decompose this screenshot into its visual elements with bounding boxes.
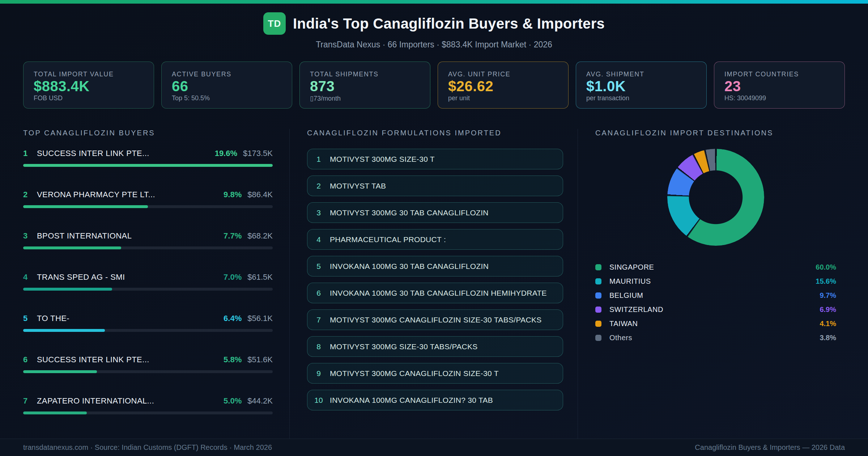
footer-source-text: transdatanexus.com · Source: Indian Cust…: [23, 443, 272, 452]
legend-percent-value: 6.9%: [820, 305, 836, 314]
buyer-row-line: 2VERONA PHARMACY PTE LT...9.8%$86.4K: [23, 190, 273, 199]
formulation-rank: 4: [307, 235, 330, 244]
formulation-chip[interactable]: 7MOTIVYST 300MG CANAGLIFLOZIN SIZE-30 TA…: [307, 309, 563, 330]
buyer-name: SUCCESS INTER LINK PTE...: [37, 355, 224, 364]
buyer-name: VERONA PHARMACY PTE LT...: [37, 190, 224, 199]
formulation-rank: 9: [307, 369, 330, 378]
page-footer: transdatanexus.com · Source: Indian Cust…: [0, 439, 868, 456]
import-destinations-section-title: CANAGLIFLOZIN IMPORT DESTINATIONS: [595, 129, 836, 137]
buyer-share-bar-track: [23, 370, 273, 373]
formulation-chip[interactable]: 6INVOKANA 100MG 30 TAB CANAGLIFLOZIN HEM…: [307, 283, 563, 303]
stat-sub-total-import-value: FOB USD: [34, 94, 144, 102]
stat-label-avg-shipment: AVG. SHIPMENT: [586, 71, 696, 78]
buyer-row[interactable]: 6SUCCESS INTER LINK PTE...5.8%$51.6K: [23, 355, 273, 373]
buyer-import-value: $44.2K: [247, 396, 273, 406]
buyer-share-percent: 9.8%: [224, 190, 242, 199]
stat-card-avg-unit-price: AVG. UNIT PRICE$26.62per unit: [438, 62, 569, 109]
destinations-legend: SINGAPORE60.0%MAURITIUS15.6%BELGIUM9.7%S…: [595, 262, 836, 342]
buyer-share-bar-fill: [23, 370, 97, 373]
buyer-share-bar-fill: [23, 246, 121, 249]
formulation-name: MOTIVYST TAB: [330, 182, 386, 190]
legend-country-label: Others: [609, 334, 820, 342]
formulation-chip[interactable]: 4PHARMACEUTICAL PRODUCT :: [307, 229, 563, 250]
dashboard-body: TOP CANAGLIFLOZIN BUYERS 1SUCCESS INTER …: [0, 109, 868, 439]
formulation-chip[interactable]: 8MOTIVYST 300MG SIZE-30 TABS/PACKS: [307, 336, 563, 357]
stat-card-import-countries: IMPORT COUNTRIES23HS: 30049099: [714, 62, 845, 109]
formulation-name: INVOKANA 100MG 30 TAB CANAGLIFLOZIN HEMI…: [330, 289, 547, 297]
buyer-row-line: 3BPOST INTERNATIONAL7.7%$68.2K: [23, 231, 273, 241]
page-title: India's Top Canagliflozin Buyers & Impor…: [293, 16, 605, 32]
formulation-chip[interactable]: 2MOTIVYST TAB: [307, 176, 563, 196]
legend-country-label: MAURITIUS: [609, 277, 816, 286]
legend-item[interactable]: SINGAPORE60.0%: [595, 262, 836, 272]
brand-logo-badge: TD: [263, 12, 286, 35]
stat-value-active-buyers: 66: [172, 78, 282, 94]
formulation-name: MOTIVYST 300MG CANAGLIFLOZIN SIZE-30 T: [330, 369, 499, 378]
formulation-rank: 5: [307, 262, 330, 271]
buyer-row-line: 1SUCCESS INTER LINK PTE...19.6%$173.5K: [23, 149, 273, 158]
stat-card-active-buyers: ACTIVE BUYERS66Top 5: 50.5%: [161, 62, 292, 109]
buyer-row[interactable]: 3BPOST INTERNATIONAL7.7%$68.2K: [23, 231, 273, 249]
formulation-name: MOTIVYST 300MG SIZE-30 TABS/PACKS: [330, 342, 478, 351]
formulations-panel: CANAGLIFLOZIN FORMULATIONS IMPORTED 1MOT…: [289, 129, 578, 439]
legend-swatch: [595, 307, 601, 313]
import-destinations-panel: CANAGLIFLOZIN IMPORT DESTINATIONS SINGAP…: [578, 129, 868, 439]
stat-value-avg-unit-price: $26.62: [448, 78, 558, 94]
formulation-name: MOTIVYST 300MG 30 TAB CANAGLIFLOZIN: [330, 208, 489, 217]
buyer-share-bar-track: [23, 164, 273, 167]
buyer-share-percent: 5.8%: [224, 355, 242, 364]
stat-sub-import-countries: HS: 30049099: [724, 94, 834, 102]
buyer-row[interactable]: 7ZAPATERO INTERNATIONAL...5.0%$44.2K: [23, 396, 273, 414]
buyer-rank: 3: [23, 231, 37, 241]
legend-percent-value: 60.0%: [816, 263, 836, 271]
formulation-chip[interactable]: 1MOTIVYST 300MG SIZE-30 T: [307, 149, 563, 169]
buyer-row[interactable]: 2VERONA PHARMACY PTE LT...9.8%$86.4K: [23, 190, 273, 208]
top-buyers-section-title: TOP CANAGLIFLOZIN BUYERS: [23, 129, 273, 137]
legend-item[interactable]: SWITZERLAND6.9%: [595, 305, 836, 314]
stat-sub-avg-unit-price: per unit: [448, 94, 558, 102]
legend-percent-value: 15.6%: [816, 277, 836, 286]
legend-item[interactable]: TAIWAN4.1%: [595, 319, 836, 328]
legend-item[interactable]: MAURITIUS15.6%: [595, 276, 836, 286]
formulation-rank: 8: [307, 342, 330, 351]
stat-label-active-buyers: ACTIVE BUYERS: [172, 71, 282, 78]
formulation-chip[interactable]: 5INVOKANA 100MG 30 TAB CANAGLIFLOZIN: [307, 256, 563, 276]
stat-value-total-shipments: 873: [310, 78, 420, 94]
buyer-share-percent: 7.7%: [224, 231, 242, 241]
buyer-share-bar-track: [23, 329, 273, 332]
stat-value-import-countries: 23: [724, 78, 834, 94]
legend-item[interactable]: BELGIUM9.7%: [595, 291, 836, 300]
formulations-section-title: CANAGLIFLOZIN FORMULATIONS IMPORTED: [307, 129, 563, 137]
accent-top-bar: [0, 0, 868, 4]
stat-label-import-countries: IMPORT COUNTRIES: [724, 71, 834, 78]
buyer-share-bar-track: [23, 288, 273, 291]
formulation-rank: 3: [307, 208, 330, 217]
legend-item[interactable]: Others3.8%: [595, 333, 836, 342]
formulation-name: INVOKANA 100MG 30 TAB CANAGLIFLOZIN: [330, 262, 489, 271]
stat-cards-row: TOTAL IMPORT VALUE$883.4KFOB USDACTIVE B…: [0, 62, 868, 109]
buyer-rank: 6: [23, 355, 37, 364]
buyer-share-percent: 7.0%: [224, 273, 242, 282]
buyer-import-value: $86.4K: [247, 190, 273, 199]
buyer-row[interactable]: 5TO THE-6.4%$56.1K: [23, 314, 273, 332]
buyer-rank: 5: [23, 314, 37, 323]
stat-label-avg-unit-price: AVG. UNIT PRICE: [448, 71, 558, 78]
buyer-name: TO THE-: [37, 314, 224, 323]
legend-swatch: [595, 335, 601, 341]
destinations-donut-chart: [667, 149, 764, 246]
buyer-row[interactable]: 4TRANS SPED AG - SMI7.0%$61.5K: [23, 273, 273, 291]
legend-swatch: [595, 278, 601, 284]
legend-swatch: [595, 292, 601, 299]
top-buyers-list: 1SUCCESS INTER LINK PTE...19.6%$173.5K2V…: [23, 149, 273, 414]
formulation-chip[interactable]: 10INVOKANA 100MG CANAGLIFLOZIN? 30 TAB: [307, 390, 563, 410]
buyer-row[interactable]: 1SUCCESS INTER LINK PTE...19.6%$173.5K: [23, 149, 273, 167]
formulation-chip[interactable]: 3MOTIVYST 300MG 30 TAB CANAGLIFLOZIN: [307, 202, 563, 223]
buyer-import-value: $51.6K: [247, 355, 273, 364]
buyer-import-value: $61.5K: [247, 273, 273, 282]
formulation-name: MOTIVYST 300MG SIZE-30 T: [330, 155, 435, 164]
formulation-rank: 1: [307, 155, 330, 164]
stat-card-total-shipments: TOTAL SHIPMENTS873▯73/month: [299, 62, 430, 109]
buyer-share-bar-fill: [23, 164, 273, 167]
formulation-chip[interactable]: 9MOTIVYST 300MG CANAGLIFLOZIN SIZE-30 T: [307, 363, 563, 384]
legend-swatch: [595, 264, 601, 270]
